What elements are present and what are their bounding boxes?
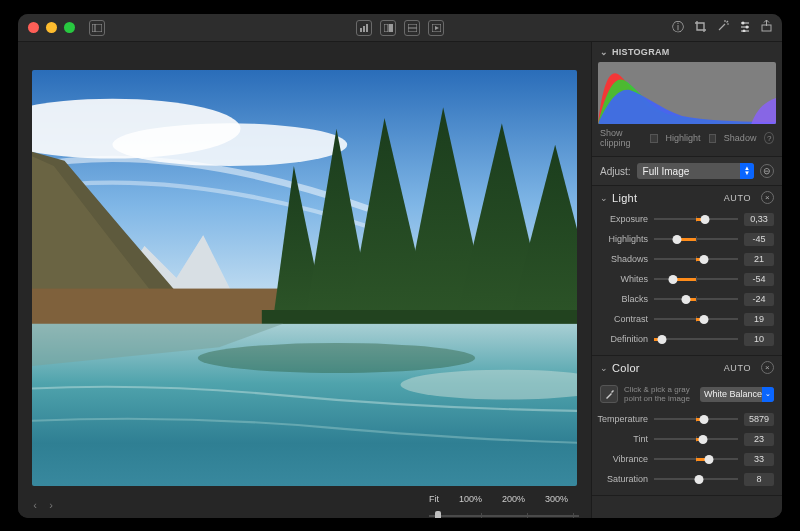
light-whites-slider[interactable] — [654, 272, 738, 286]
color-reset-button[interactable]: × — [761, 361, 774, 374]
adjust-scope-select[interactable]: Full Image ▲▼ — [637, 163, 754, 179]
light-exposure-slider[interactable] — [654, 212, 738, 226]
color-saturation-slider[interactable] — [654, 472, 738, 486]
adjust-label: Adjust: — [600, 166, 631, 177]
shadow-label: Shadow — [724, 133, 757, 143]
slider-knob[interactable] — [658, 335, 667, 344]
zoom-100-label[interactable]: 100% — [459, 494, 482, 504]
svg-point-39 — [198, 343, 475, 373]
color-temperature-slider[interactable] — [654, 412, 738, 426]
svg-rect-4 — [366, 24, 368, 32]
svg-point-12 — [742, 22, 745, 25]
color-vibrance-slider[interactable] — [654, 452, 738, 466]
slider-knob[interactable] — [700, 415, 709, 424]
zoom-slider-knob[interactable] — [435, 511, 441, 519]
white-balance-row: Click & pick a gray point on the image W… — [592, 379, 782, 409]
crop-icon[interactable] — [694, 20, 707, 36]
preview-tool-icon[interactable] — [428, 20, 444, 36]
light-auto-button[interactable]: AUTO — [724, 193, 751, 203]
color-tint-slider[interactable] — [654, 432, 738, 446]
adjust-scope-row: Adjust: Full Image ▲▼ ⊖ — [592, 156, 782, 186]
color-saturation-row: Saturation8 — [592, 469, 782, 489]
magic-icon[interactable] — [717, 20, 729, 35]
slider-knob[interactable] — [701, 215, 710, 224]
light-shadows-row: Shadows21 — [592, 249, 782, 269]
light-shadows-value[interactable]: 21 — [744, 253, 774, 266]
sidebar-toggle-icon[interactable] — [89, 20, 105, 36]
histogram-header[interactable]: ⌄ Histogram — [592, 42, 782, 62]
light-header[interactable]: ⌄ Light AUTO × — [592, 186, 782, 209]
white-balance-hint: Click & pick a gray point on the image — [624, 385, 694, 403]
slider-knob[interactable] — [699, 315, 708, 324]
histogram-tool-icon[interactable] — [356, 20, 372, 36]
color-vibrance-row: Vibrance33 — [592, 449, 782, 469]
close-window-button[interactable] — [28, 22, 39, 33]
light-exposure-value[interactable]: 0,33 — [744, 213, 774, 226]
zoom-fit-label[interactable]: Fit — [429, 494, 439, 504]
layers-tool-icon[interactable] — [404, 20, 420, 36]
slider-knob[interactable] — [700, 255, 709, 264]
slider-knob[interactable] — [669, 275, 678, 284]
light-shadows-slider[interactable] — [654, 252, 738, 266]
adjust-panel: ⌄ Histogram Show clipping Highlight Shad… — [591, 42, 782, 518]
light-blacks-slider[interactable] — [654, 292, 738, 306]
toolbar-right: ⓘ — [672, 19, 772, 36]
prev-image-button[interactable]: ‹ — [30, 499, 40, 511]
zoom-slider[interactable] — [429, 515, 579, 517]
color-temperature-label: Temperature — [592, 414, 648, 424]
adjust-panel-icon[interactable] — [739, 20, 751, 35]
eyedropper-button[interactable] — [600, 385, 618, 403]
compare-tool-icon[interactable] — [380, 20, 396, 36]
white-balance-select[interactable]: White Balance ⌄ — [700, 387, 774, 402]
light-contrast-slider[interactable] — [654, 312, 738, 326]
zoom-300-label[interactable]: 300% — [545, 494, 568, 504]
highlight-clip-toggle[interactable] — [650, 134, 657, 143]
color-auto-button[interactable]: AUTO — [724, 363, 751, 373]
light-blacks-label: Blacks — [592, 294, 648, 304]
zoom-window-button[interactable] — [64, 22, 75, 33]
chevron-down-icon: ⌄ — [600, 47, 608, 57]
next-image-button[interactable]: › — [46, 499, 56, 511]
slider-knob[interactable] — [672, 235, 681, 244]
share-icon[interactable] — [761, 20, 772, 35]
light-title: Light — [612, 192, 637, 204]
light-definition-value[interactable]: 10 — [744, 333, 774, 346]
help-icon[interactable]: ? — [764, 132, 774, 144]
light-section: ⌄ Light AUTO × Exposure0,33Highlights-45… — [592, 186, 782, 356]
svg-point-14 — [746, 26, 749, 29]
minimize-window-button[interactable] — [46, 22, 57, 33]
color-header[interactable]: ⌄ Color AUTO × — [592, 356, 782, 379]
slider-knob[interactable] — [695, 475, 704, 484]
slider-knob[interactable] — [698, 435, 707, 444]
photo-viewport[interactable] — [18, 42, 591, 492]
zoom-200-label[interactable]: 200% — [502, 494, 525, 504]
info-icon[interactable]: ⓘ — [672, 19, 684, 36]
svg-rect-0 — [92, 24, 102, 32]
light-contrast-value[interactable]: 19 — [744, 313, 774, 326]
show-clipping-label: Show clipping — [600, 128, 642, 148]
light-whites-row: Whites-54 — [592, 269, 782, 289]
slider-knob[interactable] — [705, 455, 714, 464]
light-highlights-value[interactable]: -45 — [744, 233, 774, 246]
chevron-down-icon: ⌄ — [600, 193, 608, 203]
light-blacks-row: Blacks-24 — [592, 289, 782, 309]
slider-knob[interactable] — [681, 295, 690, 304]
body: ‹ › Fit 100% 200% 300% — [18, 42, 782, 518]
add-adjustment-button[interactable]: ⊖ — [760, 164, 774, 178]
light-blacks-value[interactable]: -24 — [744, 293, 774, 306]
color-tint-value[interactable]: 23 — [744, 433, 774, 446]
color-vibrance-value[interactable]: 33 — [744, 453, 774, 466]
color-title: Color — [612, 362, 640, 374]
white-balance-value: White Balance — [704, 389, 762, 399]
light-highlights-slider[interactable] — [654, 232, 738, 246]
color-saturation-value[interactable]: 8 — [744, 473, 774, 486]
select-arrows-icon: ▲▼ — [740, 163, 754, 179]
light-reset-button[interactable]: × — [761, 191, 774, 204]
window-controls — [28, 22, 75, 33]
light-definition-slider[interactable] — [654, 332, 738, 346]
adjust-scope-value: Full Image — [643, 166, 690, 177]
color-section: ⌄ Color AUTO × Click & pick a gray point… — [592, 356, 782, 496]
color-temperature-value[interactable]: 5879 — [744, 413, 774, 426]
shadow-clip-toggle[interactable] — [709, 134, 716, 143]
light-whites-value[interactable]: -54 — [744, 273, 774, 286]
